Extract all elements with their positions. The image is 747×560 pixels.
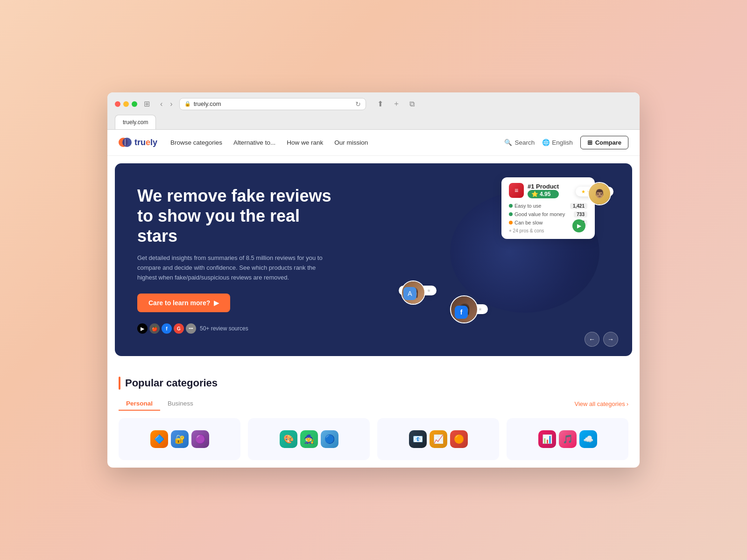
tab-business[interactable]: Business — [160, 397, 201, 411]
star-icon: ⭐ — [531, 191, 538, 197]
pro-2-label: Good value for money — [509, 211, 565, 217]
active-browser-tab[interactable]: truely.com — [115, 115, 156, 129]
play-store-globe: ▶ — [572, 219, 585, 232]
lock-icon: 🔒 — [184, 101, 191, 107]
cat-icon-group-3: 📧 📈 🟠 — [409, 430, 468, 448]
share-button[interactable]: ⬆ — [374, 98, 386, 110]
new-tab-button[interactable]: ＋ — [390, 98, 403, 110]
google-icon: G — [174, 323, 184, 334]
compare-button[interactable]: ⊞ Compare — [580, 136, 628, 149]
browser-chrome: ⊞ ‹ › 🔒 ↻ ⬆ ＋ ⧉ truely.com — [107, 92, 640, 130]
svg-point-1 — [122, 138, 132, 147]
cat-icon-purple: 🟣 — [191, 430, 209, 448]
cat-icon-person: 🧙 — [300, 430, 318, 448]
cat-icon-lock: 🔐 — [171, 430, 189, 448]
chevron-right-icon: › — [627, 400, 628, 407]
traffic-lights — [115, 101, 137, 107]
source-icons: ▶ 🍎 f G ••• — [137, 323, 196, 334]
product-badge: #1 Product — [528, 183, 559, 190]
facebook-icon-globe: f — [455, 306, 468, 319]
cat-icon-group-1: 🔷 🔐 🟣 — [150, 430, 209, 448]
tab-title: truely.com — [123, 119, 148, 126]
popular-categories-section: Popular categories Personal Business Vie… — [107, 364, 640, 468]
hero-sources: ▶ 🍎 f G ••• 50+ review sources — [137, 323, 333, 334]
rating-value: 4.95 — [540, 191, 550, 197]
search-label: Search — [515, 139, 535, 146]
category-card-2[interactable]: 🎨 🧙 🔵 — [248, 418, 370, 460]
section-header: Popular categories — [119, 377, 628, 390]
app-store-icon-globe: A — [403, 287, 416, 300]
forward-button[interactable]: › — [168, 99, 174, 109]
hero-cta-button[interactable]: Care to learn more? ▶ — [137, 294, 230, 312]
cat-icon-chart: 📈 — [430, 430, 447, 448]
nav-right: 🔍 Search 🌐 English ⊞ Compare — [504, 136, 628, 149]
play-store-icon: ▶ — [137, 323, 148, 334]
cat-icon-lightblue: 🔵 — [321, 430, 338, 448]
reload-button[interactable]: ↻ — [355, 100, 361, 108]
con-1-label: Can be slow — [509, 220, 543, 225]
language-selector[interactable]: 🌐 English — [542, 139, 572, 146]
category-card-3[interactable]: 📧 📈 🟠 — [377, 418, 499, 460]
nav-alternative-to[interactable]: Alternative to... — [233, 139, 275, 146]
dot-3 — [509, 221, 513, 224]
nav-our-mission[interactable]: Our mission — [334, 139, 368, 146]
close-traffic-light[interactable] — [115, 101, 120, 107]
compare-icon: ⊞ — [587, 139, 592, 146]
nav-how-we-rank[interactable]: How we rank — [287, 139, 323, 146]
product-logo: ≡ — [509, 183, 524, 198]
address-bar[interactable] — [194, 100, 352, 107]
browser-window: ⊞ ‹ › 🔒 ↻ ⬆ ＋ ⧉ truely.com — [107, 92, 640, 468]
category-card-1[interactable]: 🔷 🔐 🟣 — [119, 418, 240, 460]
nav-links: Browse categories Alternative to... How … — [170, 139, 504, 146]
category-cards: 🔷 🔐 🟣 🎨 🧙 🔵 📧 📈 🟠 — [119, 418, 628, 460]
cat-icon-cloud: ☁️ — [579, 430, 597, 448]
address-bar-container: 🔒 ↻ — [179, 98, 366, 110]
compare-label: Compare — [595, 139, 621, 146]
cat-icon-hex: 🔷 — [150, 430, 168, 448]
nav-browse-categories[interactable]: Browse categories — [170, 139, 222, 146]
hero-content: We remove fake reviews to show you the r… — [137, 186, 333, 334]
section-bar-accent — [119, 377, 120, 390]
view-all-categories-link[interactable]: View all categories › — [575, 400, 629, 407]
cat-icon-red: 🟠 — [450, 430, 468, 448]
pro-2-count: 733 — [574, 211, 587, 217]
tabs-button[interactable]: ⧉ — [407, 98, 417, 110]
search-icon: 🔍 — [504, 139, 512, 146]
logo-icon — [119, 136, 132, 149]
maximize-traffic-light[interactable] — [132, 101, 137, 107]
sidebar-toggle-button[interactable]: ⊞ — [144, 99, 150, 108]
cat-icon-group-2: 🎨 🧙 🔵 — [280, 430, 338, 448]
product-rating: ⭐ 4.95 — [528, 190, 559, 198]
product-pro-2: Good value for money 733 — [509, 211, 587, 217]
cat-icon-magenta: 📊 — [538, 430, 556, 448]
view-all-label: View all categories — [575, 400, 625, 407]
minimize-traffic-light[interactable] — [123, 101, 129, 107]
product-card-info: #1 Product ⭐ 4.95 — [528, 183, 559, 198]
tabs-row: Personal Business View all categories › — [119, 397, 628, 411]
logo[interactable]: truely — [119, 136, 157, 149]
apple-store-icon: 🍎 — [149, 323, 160, 334]
avatar-face-3: 👨🏽 — [589, 183, 610, 204]
language-label: English — [552, 139, 572, 146]
play-icon: ▶ — [214, 299, 219, 307]
search-button[interactable]: 🔍 Search — [504, 139, 535, 146]
category-tab-list: Personal Business — [119, 397, 201, 411]
facebook-icon: f — [162, 323, 172, 334]
dot-1 — [509, 204, 513, 208]
tab-personal[interactable]: Personal — [119, 397, 160, 411]
cat-icon-music: 🎵 — [559, 430, 577, 448]
cat-icon-teal: 🎨 — [280, 430, 297, 448]
hero-section: We remove fake reviews to show you the r… — [115, 163, 632, 357]
category-card-4[interactable]: 📊 🎵 ☁️ — [507, 418, 628, 460]
hero-subtitle: Get detailed insights from summaries of … — [137, 253, 333, 282]
more-sources-icon: ••• — [186, 323, 196, 334]
product-pro-1: Easy to use 1,421 — [509, 203, 587, 209]
pro-1-count: 1,421 — [570, 203, 587, 209]
dot-2 — [509, 212, 513, 216]
cat-icon-email: 📧 — [409, 430, 427, 448]
cat-icon-group-4: 📊 🎵 ☁️ — [538, 430, 597, 448]
avatar-3: 👨🏽 — [588, 182, 611, 205]
sources-text: 50+ review sources — [200, 325, 248, 332]
rstar-1: ★ — [581, 189, 585, 194]
back-button[interactable]: ‹ — [158, 99, 164, 109]
